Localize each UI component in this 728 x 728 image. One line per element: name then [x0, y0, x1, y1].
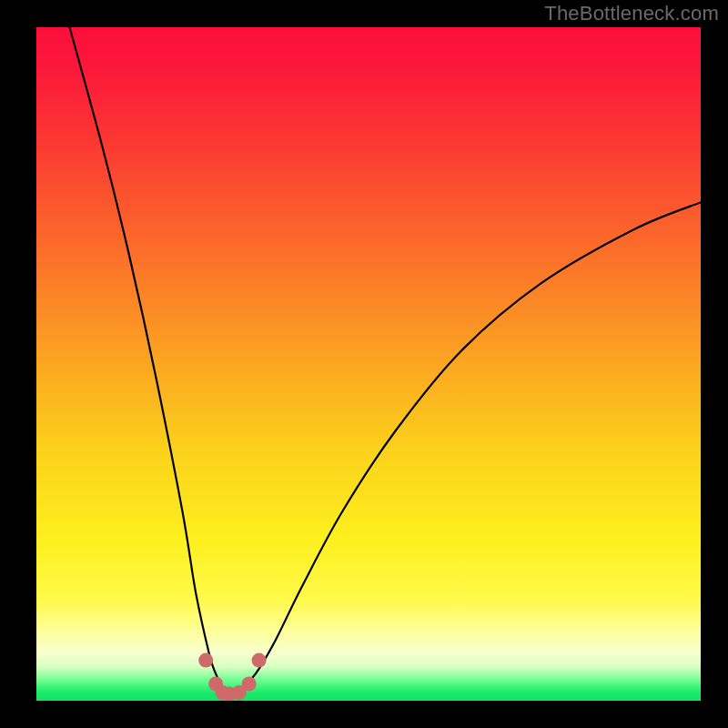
- trough-dot: [242, 677, 257, 692]
- trough-dot: [252, 653, 267, 668]
- trough-dots-group: [198, 653, 266, 701]
- trough-dot: [198, 653, 213, 668]
- curve-svg: [36, 27, 701, 701]
- plot-area: [36, 27, 701, 701]
- bottleneck-curve-path: [70, 27, 702, 695]
- watermark-text: TheBottleneck.com: [544, 2, 719, 25]
- chart-frame: TheBottleneck.com: [0, 0, 728, 728]
